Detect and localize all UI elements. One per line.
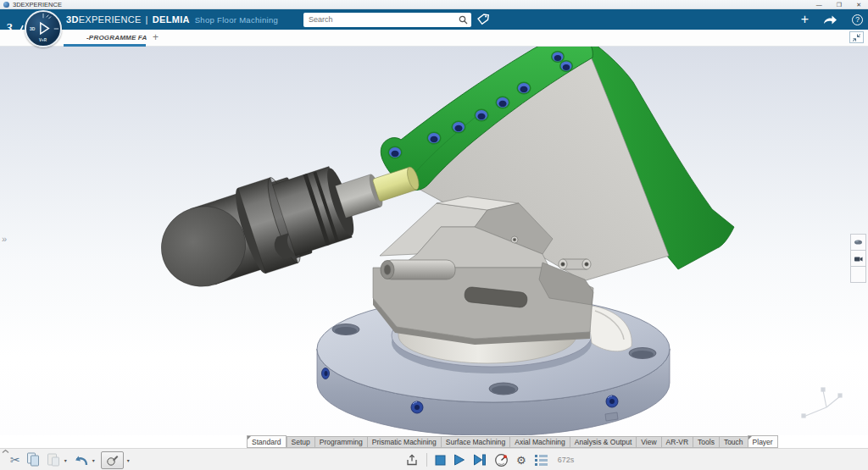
new-tab-button[interactable]: + xyxy=(153,31,159,43)
panel-button-model[interactable] xyxy=(850,234,866,251)
undo-dropdown[interactable]: ▾ xyxy=(92,457,95,463)
speed-button[interactable] xyxy=(494,453,509,467)
tab-label: Surface Machining xyxy=(446,438,505,446)
application-window: 3DEXPERIENCE — ❐ ✕ 3 3DEXPERIENCE | DELM… xyxy=(0,0,868,470)
table-notch xyxy=(605,412,618,421)
measure-dropdown[interactable]: ▾ xyxy=(127,457,130,463)
bottom-tab-player[interactable]: Player xyxy=(748,435,778,448)
panel-button-blank[interactable] xyxy=(850,266,866,283)
bottom-tab-tools[interactable]: Tools xyxy=(693,436,719,448)
tab-label: Touch xyxy=(724,438,743,446)
brand-3d: 3D xyxy=(66,14,79,25)
brand-experience: EXPERIENCE xyxy=(79,14,142,25)
search-icon[interactable] xyxy=(459,15,468,25)
publish-button[interactable] xyxy=(405,453,419,467)
settings-button[interactable]: ⚙ xyxy=(516,455,526,466)
compass-south-label: V+R xyxy=(39,38,47,42)
search-input[interactable] xyxy=(303,15,459,24)
document-tab-label: -PROGRAMME FA xyxy=(86,34,147,41)
paste-dropdown[interactable]: ▾ xyxy=(64,457,67,463)
document-tab-bar: -PROGRAMME FA + xyxy=(0,30,868,47)
add-content-button[interactable]: + xyxy=(801,13,809,26)
document-tab[interactable]: -PROGRAMME FA xyxy=(66,30,156,45)
close-button[interactable]: ✕ xyxy=(856,2,861,8)
tab-label: Axial Machining xyxy=(515,438,565,446)
tab-label: View xyxy=(641,438,656,446)
left-panel-chevron[interactable]: » xyxy=(2,234,7,244)
bottom-tab-prismatic-machining[interactable]: Prismatic Machining xyxy=(367,436,441,448)
model-icon xyxy=(854,239,863,246)
vise-pin xyxy=(381,260,455,279)
bottom-tab-axial-machining[interactable]: Axial Machining xyxy=(509,436,570,448)
bottom-tab-ar-vr[interactable]: AR-VR xyxy=(661,436,693,448)
compass-play-icon xyxy=(41,23,49,34)
bottom-tab-surface-machining[interactable]: Surface Machining xyxy=(441,436,509,448)
window-titlebar: 3DEXPERIENCE — ❐ ✕ xyxy=(0,0,868,9)
restore-button[interactable]: ❐ xyxy=(837,2,842,8)
play-button[interactable] xyxy=(453,454,465,466)
brand-divider: | xyxy=(146,14,148,25)
tool-tip[interactable] xyxy=(372,166,421,202)
bottom-tab-programming[interactable]: Programming xyxy=(314,436,367,448)
bottom-tab-standard[interactable]: Standard xyxy=(247,435,287,448)
compass-face: 3D V+R xyxy=(26,12,60,46)
tab-label: Setup xyxy=(292,438,310,446)
window-title: 3DEXPERIENCE xyxy=(13,1,62,8)
compass[interactable]: 3D V+R xyxy=(25,10,62,47)
bottom-tab-touch[interactable]: Touch xyxy=(719,436,748,448)
tab-label: Programming xyxy=(320,438,363,446)
bottom-tab-analysis-output[interactable]: Analysis & Output xyxy=(570,436,637,448)
toolbar-separator xyxy=(426,453,427,467)
panel-button-capture[interactable] xyxy=(850,250,866,267)
tab-label: Standard xyxy=(252,438,281,446)
side-mini-panel xyxy=(850,235,866,283)
copy-button[interactable] xyxy=(26,452,41,467)
tag-icon[interactable] xyxy=(476,12,491,27)
measure-icon xyxy=(106,454,119,467)
camera-icon xyxy=(854,255,863,263)
share-icon[interactable] xyxy=(822,13,838,26)
collapse-arrows-icon xyxy=(851,33,862,42)
stop-button[interactable] xyxy=(435,455,446,466)
measure-button[interactable] xyxy=(101,451,124,469)
tab-label: Analysis & Output xyxy=(575,438,632,446)
app-header: 3 3DEXPERIENCE | DELMIA Shop Floor Machi… xyxy=(0,9,868,30)
undo-button[interactable] xyxy=(73,453,89,467)
tab-label: Tools xyxy=(698,438,715,446)
workbench-tab-strip: Standard Setup Programming Prismatic Mac… xyxy=(247,435,778,448)
step-forward-button[interactable] xyxy=(473,454,487,466)
paste-button[interactable] xyxy=(47,452,61,467)
simulation-duration: 672s xyxy=(558,456,575,464)
tab-label: AR-VR xyxy=(666,438,688,446)
cut-button[interactable]: ✂ xyxy=(10,454,20,466)
app-area: Shop Floor Machining xyxy=(195,15,278,25)
status-bar: ✂ ▾ ▾ ▾ xyxy=(0,448,868,470)
axis-triad-icon xyxy=(802,388,842,417)
vise-dowel xyxy=(559,259,591,269)
viewport-3d[interactable]: » xyxy=(0,47,868,435)
tab-label: Player xyxy=(753,438,773,446)
help-button[interactable]: ? xyxy=(852,14,863,25)
collapse-viewport-button[interactable] xyxy=(849,31,864,43)
bottom-tab-setup[interactable]: Setup xyxy=(287,436,314,448)
app-name: DELMIA xyxy=(153,14,190,25)
app-icon xyxy=(3,2,9,8)
search-box[interactable] xyxy=(303,13,471,27)
tab-label: Prismatic Machining xyxy=(372,438,437,446)
help-glyph: ? xyxy=(855,15,860,24)
compass-west-label: 3D xyxy=(30,26,36,31)
toolbar-collapse-chevron-icon[interactable] xyxy=(2,449,9,454)
machining-scene xyxy=(0,47,868,435)
bottom-tab-view[interactable]: View xyxy=(636,436,660,448)
brand: 3DEXPERIENCE | DELMIA Shop Floor Machini… xyxy=(66,9,278,30)
minimize-button[interactable]: — xyxy=(816,2,822,8)
process-list-button[interactable] xyxy=(534,454,548,467)
